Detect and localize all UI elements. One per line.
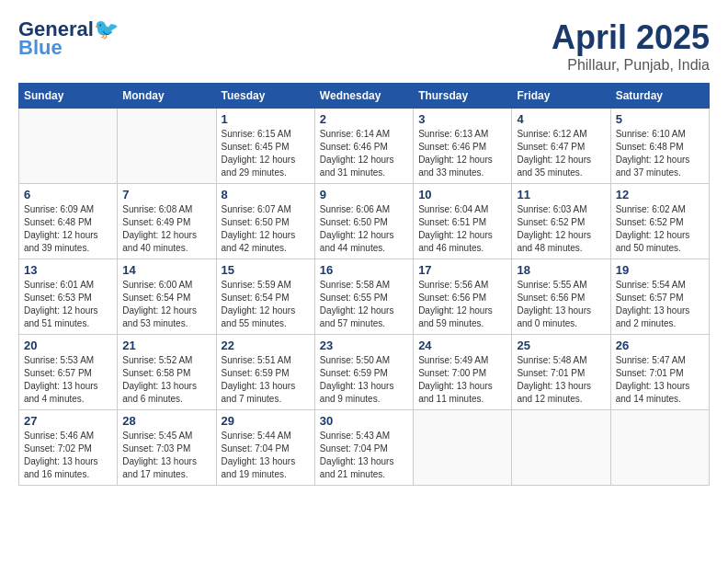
calendar-cell [414,410,512,486]
calendar-cell [118,109,216,184]
col-header-sunday: Sunday [19,84,118,109]
day-number: 8 [222,188,310,201]
day-number: 13 [24,263,112,277]
day-info: Sunrise: 5:56 AM Sunset: 6:56 PM Dayligh… [418,279,506,330]
page-header: General🐦 Blue April 2025 Phillaur, Punja… [18,18,710,74]
day-info: Sunrise: 5:52 AM Sunset: 6:58 PM Dayligh… [122,354,210,406]
calendar-cell: 13Sunrise: 6:01 AM Sunset: 6:53 PM Dayli… [19,259,118,335]
col-header-friday: Friday [512,84,610,109]
day-info: Sunrise: 6:15 AM Sunset: 6:45 PM Dayligh… [222,128,310,179]
week-row-2: 6Sunrise: 6:09 AM Sunset: 6:48 PM Daylig… [19,184,710,259]
day-number: 17 [418,263,506,277]
day-number: 25 [517,339,605,352]
day-info: Sunrise: 5:48 AM Sunset: 7:01 PM Dayligh… [517,354,605,406]
day-number: 29 [222,414,310,428]
calendar-cell: 1Sunrise: 6:15 AM Sunset: 6:45 PM Daylig… [216,109,314,184]
day-info: Sunrise: 5:53 AM Sunset: 6:57 PM Dayligh… [24,354,112,406]
calendar-cell: 4Sunrise: 6:12 AM Sunset: 6:47 PM Daylig… [512,109,610,184]
calendar-cell: 15Sunrise: 5:59 AM Sunset: 6:54 PM Dayli… [216,259,314,335]
calendar-cell [512,410,610,486]
day-info: Sunrise: 6:04 AM Sunset: 6:51 PM Dayligh… [418,203,506,255]
day-number: 9 [320,188,408,201]
col-header-saturday: Saturday [610,84,709,109]
day-info: Sunrise: 5:58 AM Sunset: 6:55 PM Dayligh… [320,279,408,330]
day-number: 12 [616,188,704,201]
calendar-cell: 16Sunrise: 5:58 AM Sunset: 6:55 PM Dayli… [314,259,413,335]
calendar-cell: 28Sunrise: 5:45 AM Sunset: 7:03 PM Dayli… [118,410,216,486]
day-info: Sunrise: 5:55 AM Sunset: 6:56 PM Dayligh… [517,279,605,330]
day-info: Sunrise: 5:47 AM Sunset: 7:01 PM Dayligh… [616,354,704,406]
col-header-tuesday: Tuesday [216,84,314,109]
day-info: Sunrise: 6:02 AM Sunset: 6:52 PM Dayligh… [616,203,704,255]
day-info: Sunrise: 6:06 AM Sunset: 6:50 PM Dayligh… [320,203,408,255]
calendar-header-row: SundayMondayTuesdayWednesdayThursdayFrid… [19,84,710,109]
calendar-cell: 30Sunrise: 5:43 AM Sunset: 7:04 PM Dayli… [314,410,413,486]
calendar-cell: 23Sunrise: 5:50 AM Sunset: 6:59 PM Dayli… [314,335,413,410]
day-info: Sunrise: 5:43 AM Sunset: 7:04 PM Dayligh… [320,430,408,481]
day-number: 4 [517,112,605,126]
day-number: 16 [320,263,408,277]
day-number: 28 [122,414,210,428]
calendar-cell: 29Sunrise: 5:44 AM Sunset: 7:04 PM Dayli… [216,410,314,486]
calendar-cell [610,410,709,486]
calendar-cell: 7Sunrise: 6:08 AM Sunset: 6:49 PM Daylig… [118,184,216,259]
calendar-cell: 20Sunrise: 5:53 AM Sunset: 6:57 PM Dayli… [19,335,118,410]
calendar-cell: 19Sunrise: 5:54 AM Sunset: 6:57 PM Dayli… [610,259,709,335]
day-number: 19 [616,263,704,277]
calendar-cell: 5Sunrise: 6:10 AM Sunset: 6:48 PM Daylig… [610,109,709,184]
calendar-cell: 25Sunrise: 5:48 AM Sunset: 7:01 PM Dayli… [512,335,610,410]
day-number: 22 [222,339,310,352]
day-number: 15 [222,263,310,277]
day-info: Sunrise: 5:46 AM Sunset: 7:02 PM Dayligh… [24,430,112,481]
day-number: 30 [320,414,408,428]
calendar-cell: 9Sunrise: 6:06 AM Sunset: 6:50 PM Daylig… [314,184,413,259]
logo-line2: Blue [18,37,63,59]
day-info: Sunrise: 6:10 AM Sunset: 6:48 PM Dayligh… [616,128,704,179]
day-info: Sunrise: 5:54 AM Sunset: 6:57 PM Dayligh… [616,279,704,330]
col-header-monday: Monday [118,84,216,109]
week-row-3: 13Sunrise: 6:01 AM Sunset: 6:53 PM Dayli… [19,259,710,335]
calendar-cell: 18Sunrise: 5:55 AM Sunset: 6:56 PM Dayli… [512,259,610,335]
day-number: 6 [24,188,112,201]
day-info: Sunrise: 6:12 AM Sunset: 6:47 PM Dayligh… [517,128,605,179]
day-number: 5 [616,112,704,126]
title-area: April 2025 Phillaur, Punjab, India [552,18,710,74]
calendar-cell: 17Sunrise: 5:56 AM Sunset: 6:56 PM Dayli… [414,259,512,335]
day-number: 1 [222,112,310,126]
day-number: 14 [122,263,210,277]
day-number: 11 [517,188,605,201]
week-row-5: 27Sunrise: 5:46 AM Sunset: 7:02 PM Dayli… [19,410,710,486]
col-header-thursday: Thursday [414,84,512,109]
calendar-cell: 6Sunrise: 6:09 AM Sunset: 6:48 PM Daylig… [19,184,118,259]
calendar-cell: 3Sunrise: 6:13 AM Sunset: 6:46 PM Daylig… [414,109,512,184]
week-row-4: 20Sunrise: 5:53 AM Sunset: 6:57 PM Dayli… [19,335,710,410]
week-row-1: 1Sunrise: 6:15 AM Sunset: 6:45 PM Daylig… [19,109,710,184]
day-number: 7 [122,188,210,201]
day-info: Sunrise: 5:59 AM Sunset: 6:54 PM Dayligh… [222,279,310,330]
day-info: Sunrise: 5:49 AM Sunset: 7:00 PM Dayligh… [418,354,506,406]
day-number: 24 [418,339,506,352]
month-title: April 2025 [552,18,710,57]
calendar-cell: 26Sunrise: 5:47 AM Sunset: 7:01 PM Dayli… [610,335,709,410]
day-info: Sunrise: 6:00 AM Sunset: 6:54 PM Dayligh… [122,279,210,330]
day-info: Sunrise: 6:03 AM Sunset: 6:52 PM Dayligh… [517,203,605,255]
calendar-cell: 22Sunrise: 5:51 AM Sunset: 6:59 PM Dayli… [216,335,314,410]
day-info: Sunrise: 6:01 AM Sunset: 6:53 PM Dayligh… [24,279,112,330]
calendar-cell: 21Sunrise: 5:52 AM Sunset: 6:58 PM Dayli… [118,335,216,410]
calendar-cell: 11Sunrise: 6:03 AM Sunset: 6:52 PM Dayli… [512,184,610,259]
day-info: Sunrise: 5:51 AM Sunset: 6:59 PM Dayligh… [222,354,310,406]
calendar-cell [19,109,118,184]
calendar-table: SundayMondayTuesdayWednesdayThursdayFrid… [18,83,710,486]
day-number: 23 [320,339,408,352]
day-number: 21 [122,339,210,352]
day-number: 10 [418,188,506,201]
day-info: Sunrise: 6:13 AM Sunset: 6:46 PM Dayligh… [418,128,506,179]
calendar-cell: 8Sunrise: 6:07 AM Sunset: 6:50 PM Daylig… [216,184,314,259]
calendar-cell: 27Sunrise: 5:46 AM Sunset: 7:02 PM Dayli… [19,410,118,486]
day-info: Sunrise: 6:09 AM Sunset: 6:48 PM Dayligh… [24,203,112,255]
day-number: 20 [24,339,112,352]
day-number: 26 [616,339,704,352]
calendar-cell: 10Sunrise: 6:04 AM Sunset: 6:51 PM Dayli… [414,184,512,259]
day-info: Sunrise: 5:50 AM Sunset: 6:59 PM Dayligh… [320,354,408,406]
day-info: Sunrise: 6:08 AM Sunset: 6:49 PM Dayligh… [122,203,210,255]
